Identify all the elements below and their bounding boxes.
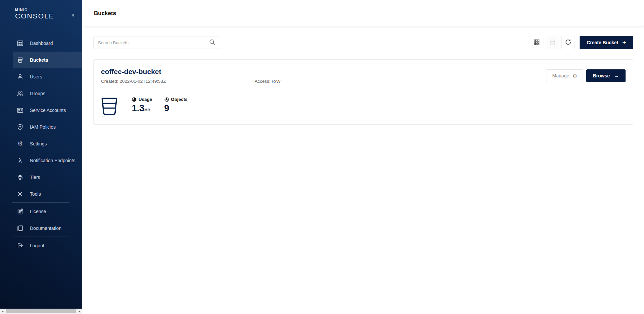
users-group-icon [17,90,23,97]
sidebar-item-label: Notification Endpoints [30,158,75,163]
bucket-list-view-icon [549,39,556,47]
sidebar-item-label: Settings [30,141,47,146]
bucket-actions: Manage ⚙ Browse → [546,69,626,82]
objects-label-row: Objects [164,97,188,102]
manage-button[interactable]: Manage ⚙ [546,69,583,82]
sidebar-item-notification-endpoints[interactable]: λ Notification Endpoints [13,152,82,169]
brand-logo: MINIO CONSOLE ‹ [0,0,82,20]
search-input[interactable] [98,40,209,45]
bucket-stats: Usage 1.3MB [101,91,626,116]
sidebar-item-label: Groups [30,91,45,96]
grid-view-button[interactable] [530,36,543,49]
sidebar-item-documentation[interactable]: Documentation [13,220,82,236]
bucket-card-header: coffee-dev-bucket Created: 2022-01-02T12… [101,68,626,84]
book-icon [17,225,23,232]
create-bucket-button[interactable]: Create Bucket + [580,36,633,49]
dashboard-icon [17,40,23,47]
search-icon [209,39,215,47]
refresh-icon [565,39,572,47]
scroll-left-arrow-icon[interactable]: ◄ [0,309,5,314]
sidebar-horizontal-scrollbar[interactable]: ◄ ► [0,309,82,314]
sidebar-item-logout[interactable]: Logout [13,237,82,254]
grid-view-icon [533,39,540,47]
browse-label: Browse [593,73,610,78]
usage-value: 1.3MB [132,103,152,115]
sidebar-item-tiers[interactable]: Tiers [13,169,82,185]
brand-minio-light: IO [23,8,28,12]
bucket-name[interactable]: coffee-dev-bucket [101,68,546,76]
page-title: Buckets [94,10,116,17]
scrollbar-track[interactable] [5,309,77,314]
sidebar-item-label: Buckets [30,57,48,63]
sidebar-item-label: Service Accounts [30,108,66,113]
sidebar-divider [12,237,69,237]
objects-value: 9 [164,103,188,113]
sidebar-item-label: Logout [30,243,44,248]
bucket-info: coffee-dev-bucket Created: 2022-01-02T12… [101,68,546,84]
chevron-left-icon: ‹ [72,11,74,18]
refresh-button[interactable] [561,36,575,49]
sidebar-item-users[interactable]: Users [13,68,82,85]
bucket-meta: Created: 2022-01-02T12:49:53Z Access: R/… [101,79,546,84]
tools-icon [17,191,23,197]
gear-icon: ⚙ [17,140,23,147]
usage-unit: MB [145,108,150,112]
objects-label: Objects [171,97,188,102]
manage-label: Manage [552,73,569,78]
actions-row: Create Bucket + [93,36,633,49]
id-card-icon [17,107,23,114]
usage-label: Usage [139,97,152,102]
sidebar-item-buckets[interactable]: Buckets [13,52,82,68]
layers-icon [17,174,23,181]
sidebar-item-label: IAM Policies [30,124,56,130]
bucket-icon [101,97,118,116]
sidebar-item-label: Documentation [30,226,61,231]
shield-icon [17,124,23,130]
sidebar-item-groups[interactable]: Groups [13,85,82,102]
sidebar-item-iam-policies[interactable]: IAM Policies [13,119,82,135]
brand-minio-bold: MIN [15,8,23,12]
sidebar-item-label: Tiers [30,175,40,180]
sidebar-divider [12,202,69,203]
gear-icon: ⚙ [573,73,577,78]
scroll-right-arrow-icon[interactable]: ► [77,309,82,314]
objects-trefoil-icon [164,97,169,102]
user-icon [17,73,23,80]
list-view-button[interactable] [546,36,559,49]
arrow-right-icon: → [614,73,619,79]
main-area: Buckets [82,0,644,314]
sidebar-nav: Dashboard Buckets [0,35,82,254]
sidebar: MINIO CONSOLE ‹ Dashboard [0,0,82,309]
sidebar-collapse-button[interactable]: ‹ [69,11,77,18]
license-icon [17,208,23,215]
scrollbar-thumb[interactable] [6,309,76,313]
lambda-icon: λ [17,157,23,164]
minio-console-app: MINIO CONSOLE ‹ Dashboard [0,0,644,314]
usage-label-row: Usage [132,97,152,102]
plus-icon: + [622,40,626,46]
usage-stat: Usage 1.3MB [132,97,152,115]
sidebar-item-label: Dashboard [30,41,53,46]
sidebar-item-label: License [30,209,46,214]
page-header: Buckets [82,0,644,27]
sidebar-item-label: Users [30,74,42,79]
sidebar-item-settings[interactable]: ⚙ Settings [13,135,82,152]
sidebar-item-license[interactable]: License [13,203,82,219]
sidebar-item-service-accounts[interactable]: Service Accounts [13,102,82,118]
logout-icon [17,242,23,249]
sidebar-item-dashboard[interactable]: Dashboard [13,35,82,51]
browse-button[interactable]: Browse → [586,69,626,82]
bucket-access: Access: R/W [255,79,280,84]
usage-pie-icon [132,97,137,102]
buckets-icon [17,57,23,63]
sidebar-item-tools[interactable]: Tools [13,186,82,202]
bucket-card: coffee-dev-bucket Created: 2022-01-02T12… [93,59,633,125]
usage-number: 1.3 [132,103,145,113]
search-box[interactable] [93,37,220,49]
buckets-content: Create Bucket + coffee-dev-bucket Create… [82,27,644,125]
bucket-created: Created: 2022-01-02T12:49:53Z [101,79,255,84]
objects-stat: Objects 9 [164,97,188,113]
sidebar-item-label: Tools [30,191,41,197]
create-bucket-label: Create Bucket [587,40,618,45]
view-controls: Create Bucket + [530,36,633,49]
